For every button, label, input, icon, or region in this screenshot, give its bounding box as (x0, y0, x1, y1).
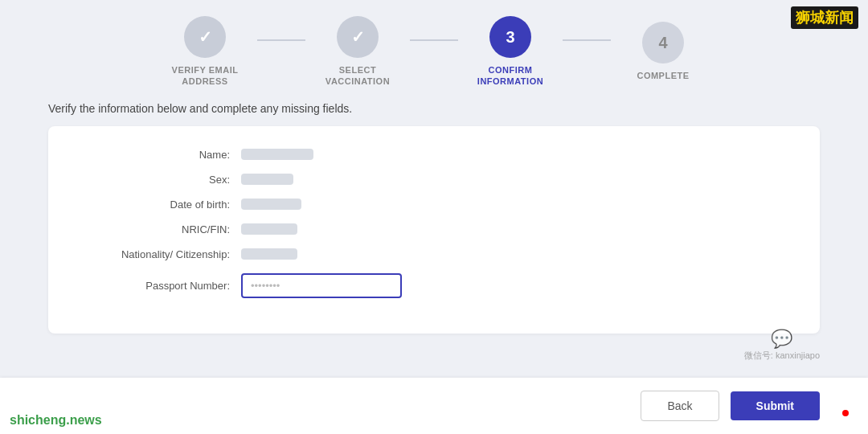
value-sex (241, 174, 293, 185)
form-row-name: Name: (80, 149, 788, 161)
blurred-dob (241, 199, 301, 210)
step-complete: 4 COMPLETE (611, 22, 715, 81)
value-dob (241, 199, 301, 210)
value-name (241, 149, 313, 160)
bottom-bar: Back Submit (0, 378, 868, 434)
checkmark-icon-1: ✓ (199, 27, 212, 47)
passport-input[interactable] (241, 273, 402, 298)
step-number-3: 3 (506, 28, 514, 47)
form-row-passport: Passport Number: (80, 273, 788, 298)
step-circle-4: 4 (642, 22, 684, 63)
step-number-4: 4 (658, 34, 667, 52)
connector-1 (257, 39, 305, 41)
step-label-2: SELECTVACCINATION (326, 64, 390, 88)
label-nationality: Nationality/ Citizenship: (80, 248, 241, 260)
label-dob: Date of birth: (80, 199, 241, 211)
form-row-nric: NRIC/FIN: (80, 223, 788, 235)
value-passport (241, 273, 402, 298)
connector-3 (563, 39, 611, 41)
watermark-text: 微信号: kanxinjiapo (744, 350, 820, 362)
step-select-vaccination: ✓ SELECTVACCINATION (305, 16, 410, 88)
step-circle-1: ✓ (184, 16, 226, 58)
form-row-dob: Date of birth: (80, 199, 788, 211)
instruction-text: Verify the information below and complet… (48, 102, 820, 115)
step-circle-3: 3 (489, 16, 531, 58)
submit-button[interactable]: Submit (731, 391, 820, 420)
blurred-nric (241, 223, 297, 235)
step-circle-2: ✓ (337, 16, 379, 58)
label-nric: NRIC/FIN: (80, 223, 241, 235)
top-brand-label: 狮城新闻 (791, 6, 858, 29)
step-confirm-information: 3 CONFIRMINFORMATION (458, 16, 563, 88)
step-verify-email: ✓ VERIFY EMAILADDRESS (153, 16, 257, 88)
blurred-name (241, 149, 313, 160)
bottom-brand-label: shicheng.news (10, 413, 102, 428)
value-nric (241, 223, 297, 235)
label-name: Name: (80, 149, 241, 161)
value-nationality (241, 248, 297, 260)
red-dot (842, 410, 849, 416)
label-passport: Passport Number: (80, 280, 241, 292)
blurred-nationality (241, 248, 297, 260)
form-row-sex: Sex: (80, 174, 788, 186)
step-label-3: CONFIRMINFORMATION (477, 64, 543, 88)
step-label-4: COMPLETE (637, 70, 689, 81)
form-card: Name: Sex: Date of birth: NRIC/FIN: (48, 126, 820, 334)
watermark: 💬 微信号: kanxinjiapo (744, 329, 820, 362)
connector-2 (410, 39, 458, 41)
checkmark-icon-2: ✓ (351, 27, 365, 47)
stepper: ✓ VERIFY EMAILADDRESS ✓ SELECTVACCINATIO… (0, 0, 868, 88)
form-row-nationality: Nationality/ Citizenship: (80, 248, 788, 260)
step-label-1: VERIFY EMAILADDRESS (172, 64, 239, 88)
wechat-icon: 💬 (744, 329, 820, 350)
back-button[interactable]: Back (641, 391, 719, 421)
content-area: Verify the information below and complet… (48, 102, 820, 334)
label-sex: Sex: (80, 174, 241, 186)
blurred-sex (241, 174, 293, 185)
